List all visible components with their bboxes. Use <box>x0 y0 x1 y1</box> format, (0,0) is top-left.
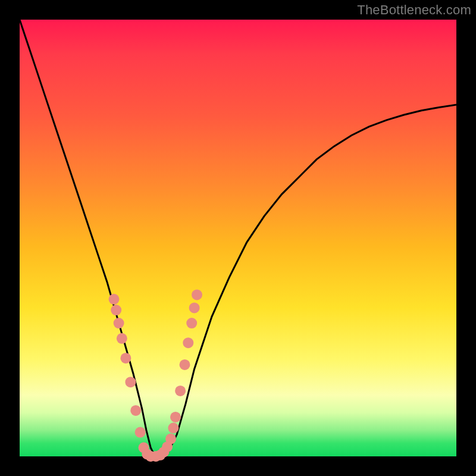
data-dot <box>114 318 124 328</box>
data-dot <box>186 318 197 328</box>
data-dot <box>189 302 200 313</box>
data-dot <box>192 289 202 300</box>
data-dot <box>135 427 146 438</box>
data-dot <box>120 353 131 364</box>
data-dot <box>130 405 141 416</box>
watermark-text: TheBottleneck.com <box>357 2 471 18</box>
data-dot <box>117 333 127 344</box>
bottleneck-curve <box>20 20 456 456</box>
dot-cluster <box>109 289 203 462</box>
plot-area <box>20 20 456 456</box>
data-dot <box>180 359 190 370</box>
data-dot <box>111 305 121 315</box>
data-dot <box>183 337 193 348</box>
data-dot <box>175 386 186 396</box>
data-dot <box>109 294 120 305</box>
data-dot <box>170 412 181 422</box>
chart-svg <box>20 20 456 456</box>
data-dot <box>168 422 178 433</box>
data-dot <box>165 434 176 444</box>
outer-frame: TheBottleneck.com <box>0 0 476 476</box>
data-dot <box>125 377 136 387</box>
